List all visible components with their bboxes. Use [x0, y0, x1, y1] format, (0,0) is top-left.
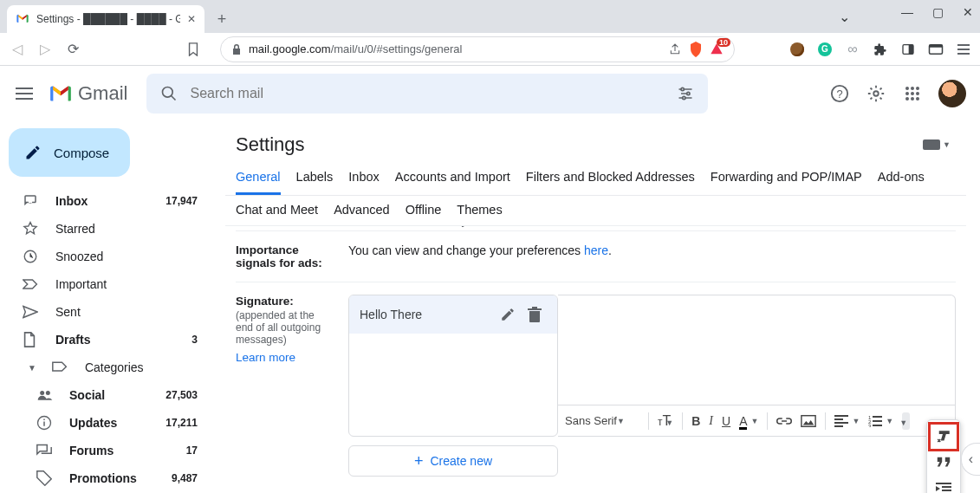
nav-forward-icon[interactable]: ▷	[36, 41, 54, 57]
signature-editor[interactable]: Sans Serif▼ тT▼ B I U A▼	[558, 295, 956, 437]
tab-chat-and-meet[interactable]: Chat and Meet	[236, 196, 318, 225]
svg-rect-33	[834, 418, 843, 420]
italic-icon[interactable]: I	[709, 414, 713, 428]
tab-forwarding-and-pop-imap[interactable]: Forwarding and POP/IMAP	[711, 163, 862, 195]
main-content: Settings ▼ GeneralLabelsInboxAccounts an…	[215, 121, 980, 492]
sidebar-item-starred[interactable]: Starred	[7, 215, 208, 243]
list-icon[interactable]: 123	[868, 415, 882, 427]
brave-shields-icon[interactable]	[689, 42, 703, 57]
search-input[interactable]	[190, 86, 665, 101]
learn-more-link[interactable]: Learn more	[236, 351, 295, 364]
quote-icon[interactable]	[930, 450, 957, 476]
tab-general[interactable]: General	[236, 163, 281, 195]
account-avatar[interactable]	[938, 80, 966, 107]
sidebar-item-forums[interactable]: Forums17	[7, 437, 208, 464]
tab-filters-and-blocked-addresses[interactable]: Filters and Blocked Addresses	[526, 163, 695, 195]
indent-more-icon[interactable]	[930, 476, 957, 493]
tab-accounts-and-import[interactable]: Accounts and Import	[395, 163, 510, 195]
address-bar[interactable]: mail.google.com/mail/u/0/#settings/gener…	[220, 36, 735, 62]
minimize-button[interactable]: ―	[901, 5, 913, 19]
sidebar-item-inbox[interactable]: Inbox17,947	[7, 187, 208, 215]
support-icon[interactable]: ?	[829, 83, 850, 104]
pencil-icon	[24, 144, 42, 161]
cookie-ext-icon[interactable]	[789, 42, 805, 57]
bookmark-icon[interactable]	[187, 42, 204, 56]
tab-close-icon[interactable]: ✕	[187, 13, 196, 25]
settings-gear-icon[interactable]	[866, 83, 886, 104]
edit-icon[interactable]	[500, 307, 519, 322]
settings-tabs-row2: Chat and MeetAdvancedOfflineThemes	[225, 196, 966, 226]
google-apps-icon[interactable]	[902, 83, 923, 104]
svg-point-25	[40, 391, 44, 395]
svg-line-8	[172, 96, 176, 101]
wallet-icon[interactable]	[928, 42, 944, 57]
compose-button[interactable]: Compose	[9, 128, 130, 177]
svg-rect-4	[957, 44, 970, 46]
main-menu-icon[interactable]	[14, 83, 35, 104]
input-tools-icon[interactable]: ▼	[922, 139, 951, 151]
sidebar-item-updates[interactable]: Updates17,211	[7, 409, 208, 437]
maximize-button[interactable]: ▢	[932, 5, 944, 19]
sidebar-item-promotions[interactable]: Promotions9,487	[7, 464, 208, 492]
svg-rect-42	[936, 483, 951, 484]
text-color-icon[interactable]: A	[739, 414, 747, 428]
tab-add-ons[interactable]: Add-ons	[878, 163, 925, 195]
tab-offline[interactable]: Offline	[406, 196, 442, 225]
browser-menu-icon[interactable]	[956, 42, 971, 57]
importance-here-link[interactable]: here	[584, 243, 608, 257]
clock-icon	[23, 249, 40, 264]
format-popup	[926, 419, 961, 493]
sidebar-item-drafts[interactable]: Drafts3	[7, 326, 208, 354]
sidebar-item-important[interactable]: Important	[7, 270, 208, 298]
gmail-logo[interactable]: Gmail	[49, 82, 127, 105]
font-family-select[interactable]: Sans Serif▼	[565, 414, 639, 427]
sidebar-item-social[interactable]: Social27,503	[7, 381, 208, 409]
tab-themes[interactable]: Themes	[457, 196, 502, 225]
sidepanel-icon[interactable]	[900, 42, 916, 57]
search-icon[interactable]	[160, 85, 178, 102]
create-new-button[interactable]: + Create new	[348, 445, 558, 477]
brave-rewards-icon[interactable]: 10	[710, 42, 724, 56]
sidebar-count: 17,211	[165, 417, 198, 429]
reload-icon[interactable]: ⟳	[64, 41, 81, 57]
browser-tab[interactable]: Settings - ██████ - ████ - G ✕	[7, 5, 204, 33]
grammarly-ext-icon[interactable]: G	[817, 42, 833, 57]
signature-item[interactable]: Hello There	[349, 295, 557, 334]
product-name: Gmail	[78, 82, 127, 105]
sidebar-item-snoozed[interactable]: Snoozed	[7, 243, 208, 270]
align-icon[interactable]	[834, 415, 848, 427]
image-icon[interactable]	[801, 414, 816, 428]
sidebar-label: Categories	[85, 360, 198, 374]
gmail-app: Gmail ? Compose Inbox17,947StarredSnooze…	[0, 66, 980, 492]
lock-icon	[231, 43, 242, 55]
share-icon[interactable]	[668, 42, 682, 56]
bold-icon[interactable]: B	[691, 414, 700, 428]
tab-labels[interactable]: Labels	[296, 163, 334, 195]
nav-back-icon[interactable]: ◁	[9, 41, 26, 57]
svg-point-11	[683, 96, 685, 99]
sidebar-label: Updates	[69, 416, 150, 430]
link-ext-icon[interactable]: ∞	[845, 42, 860, 57]
sidebar-item-categories[interactable]: ▼Categories	[7, 354, 208, 381]
autocomplete-option[interactable]: I'll add contacts myself	[365, 226, 486, 227]
search-bar[interactable]	[146, 74, 708, 114]
extensions-icon[interactable]	[873, 42, 888, 57]
link-icon[interactable]	[776, 417, 792, 425]
svg-point-22	[911, 97, 914, 101]
search-options-icon[interactable]	[677, 85, 694, 102]
sidebar-item-sent[interactable]: Sent	[7, 298, 208, 326]
more-formatting-icon[interactable]: ▼	[902, 412, 910, 430]
sidebar-label: Inbox	[55, 194, 150, 208]
tabs-overflow-icon[interactable]: ⌄	[839, 9, 850, 25]
tab-inbox[interactable]: Inbox	[348, 163, 379, 195]
plus-icon: +	[414, 452, 424, 470]
font-size-icon[interactable]: тT▼	[658, 413, 673, 429]
remove-format-icon[interactable]	[930, 424, 957, 450]
tab-advanced[interactable]: Advanced	[334, 196, 390, 225]
delete-icon[interactable]	[528, 307, 547, 322]
sidebar-count: 17,947	[165, 195, 198, 207]
svg-rect-6	[957, 53, 970, 55]
underline-icon[interactable]: U	[722, 414, 730, 428]
close-window-button[interactable]: ✕	[963, 5, 973, 19]
new-tab-button[interactable]: +	[210, 7, 234, 31]
